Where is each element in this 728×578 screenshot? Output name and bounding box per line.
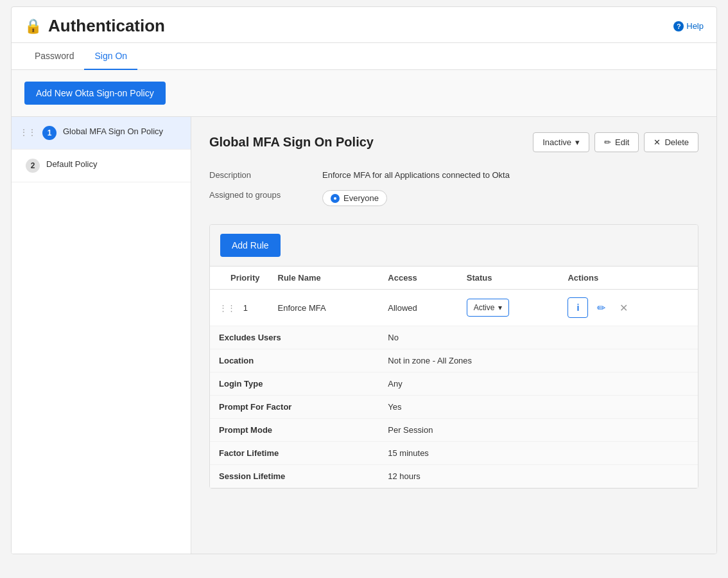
status-chevron-icon: ▾: [498, 303, 502, 312]
rule-info-button[interactable]: i: [568, 297, 588, 318]
detail-row-prompt-mode: Prompt Mode Per Session: [210, 419, 698, 442]
policy-actions: Inactive ▾ ✏ Edit ✕ Delete: [533, 132, 698, 152]
page-title: Authentication: [48, 16, 165, 36]
policy-number-1: 1: [42, 126, 56, 140]
rules-toolbar: Add Rule: [210, 225, 698, 267]
groups-label: Assigned to groups: [209, 190, 312, 200]
policy-name-1: Global MFA Sign On Policy: [63, 126, 163, 137]
policy-delete-button[interactable]: ✕ Delete: [644, 132, 698, 152]
help-label: Help: [686, 21, 704, 31]
excludes-users-value: No: [379, 326, 698, 349]
detail-row-session-lifetime: Session Lifetime 12 hours: [210, 465, 698, 488]
chevron-down-icon: ▾: [575, 137, 580, 147]
rule-delete-button[interactable]: ✕: [614, 299, 633, 317]
rule-access-cell: Allowed: [379, 290, 457, 326]
help-link[interactable]: ? Help: [673, 21, 704, 31]
prompt-mode-value: Per Session: [379, 419, 698, 442]
radio-icon: [331, 194, 340, 203]
group-name: Everyone: [343, 193, 379, 203]
policy-status-button[interactable]: Inactive ▾: [533, 132, 589, 152]
prompt-for-factor-value: Yes: [379, 396, 698, 419]
info-icon: i: [577, 302, 580, 313]
policy-status-label: Inactive: [542, 137, 571, 147]
delete-x-icon: ✕: [654, 137, 661, 147]
policy-item-2[interactable]: 2 Default Policy: [12, 150, 191, 182]
location-value: Not in zone - All Zones: [379, 349, 698, 372]
factor-lifetime-value: 15 minutes: [379, 442, 698, 465]
rule-edit-button[interactable]: ✏: [592, 299, 611, 317]
rule-name-cell: Enforce MFA: [269, 290, 379, 326]
rule-status-dropdown[interactable]: Active ▾: [467, 299, 510, 317]
policy-detail-panel: Global MFA Sign On Policy Inactive ▾ ✏ E…: [191, 117, 716, 554]
rules-section: Add Rule Priority Rule Name Access Statu…: [209, 224, 698, 489]
rule-status-cell: Active ▾: [458, 290, 559, 326]
policy-sidebar: ⋮⋮ 1 Global MFA Sign On Policy 2 Default…: [12, 117, 191, 554]
detail-row-excludes-users: Excludes Users No: [210, 326, 698, 349]
rule-drag-handle: ⋮⋮: [219, 303, 236, 313]
policy-meta-table: Description Enforce MFA for all Applicat…: [209, 165, 698, 211]
prompt-for-factor-label: Prompt For Factor: [210, 396, 379, 419]
help-circle-icon: ?: [673, 21, 684, 31]
factor-lifetime-label: Factor Lifetime: [210, 442, 379, 465]
lock-icon: 🔒: [24, 18, 42, 35]
col-actions: Actions: [559, 267, 698, 290]
rule-edit-pencil-icon: ✏: [597, 302, 605, 313]
detail-row-login-type: Login Type Any: [210, 372, 698, 396]
main-content: ⋮⋮ 1 Global MFA Sign On Policy 2 Default…: [12, 117, 716, 554]
location-label: Location: [210, 349, 379, 372]
rules-table: Priority Rule Name Access Status Actions…: [210, 267, 698, 488]
drag-handle-1: ⋮⋮: [19, 126, 36, 137]
rule-priority: 1: [243, 303, 248, 313]
rule-actions-container: i ✏ ✕: [568, 297, 689, 318]
add-policy-button[interactable]: Add New Okta Sign-on Policy: [24, 82, 166, 105]
page-header: 🔒 Authentication ? Help: [12, 7, 716, 43]
add-rule-button[interactable]: Add Rule: [220, 234, 281, 257]
toolbar: Add New Okta Sign-on Policy: [12, 70, 716, 117]
edit-pencil-icon: ✏: [604, 137, 611, 147]
meta-row-description: Description Enforce MFA for all Applicat…: [209, 165, 698, 185]
policy-item-1[interactable]: ⋮⋮ 1 Global MFA Sign On Policy: [12, 117, 191, 150]
meta-row-groups: Assigned to groups Everyone: [209, 185, 698, 211]
col-status: Status: [458, 267, 559, 290]
policy-name-2: Default Policy: [46, 159, 97, 170]
tab-sign-on[interactable]: Sign On: [84, 43, 137, 70]
prompt-mode-label: Prompt Mode: [210, 419, 379, 442]
page-wrapper: 🔒 Authentication ? Help Password Sign On…: [11, 6, 717, 554]
login-type-value: Any: [379, 372, 698, 396]
detail-row-location: Location Not in zone - All Zones: [210, 349, 698, 372]
col-priority: Priority: [210, 267, 269, 290]
description-value: Enforce MFA for all Applications connect…: [322, 170, 510, 180]
rules-table-header: Priority Rule Name Access Status Actions: [210, 267, 698, 290]
group-badge: Everyone: [322, 190, 387, 206]
excludes-users-label: Excludes Users: [210, 326, 379, 349]
detail-row-prompt-for-factor: Prompt For Factor Yes: [210, 396, 698, 419]
policy-detail-title: Global MFA Sign On Policy: [209, 135, 374, 150]
detail-row-factor-lifetime: Factor Lifetime 15 minutes: [210, 442, 698, 465]
policy-detail-header: Global MFA Sign On Policy Inactive ▾ ✏ E…: [209, 132, 698, 152]
rule-status-label: Active: [474, 303, 495, 312]
description-label: Description: [209, 170, 312, 180]
tabs-bar: Password Sign On: [12, 43, 716, 70]
rule-row-1: ⋮⋮ 1 Enforce MFA Allowed Active ▾: [210, 290, 698, 326]
rule-actions-cell: i ✏ ✕: [559, 290, 698, 326]
rule-delete-x-icon: ✕: [620, 302, 628, 313]
policy-number-2: 2: [26, 159, 40, 173]
col-rule-name: Rule Name: [269, 267, 379, 290]
rule-priority-cell: ⋮⋮ 1: [210, 290, 269, 326]
session-lifetime-value: 12 hours: [379, 465, 698, 488]
tab-password[interactable]: Password: [24, 43, 84, 70]
login-type-label: Login Type: [210, 372, 379, 396]
session-lifetime-label: Session Lifetime: [210, 465, 379, 488]
page-title-area: 🔒 Authentication: [24, 16, 165, 36]
col-access: Access: [379, 267, 457, 290]
policy-edit-button[interactable]: ✏ Edit: [594, 132, 639, 152]
